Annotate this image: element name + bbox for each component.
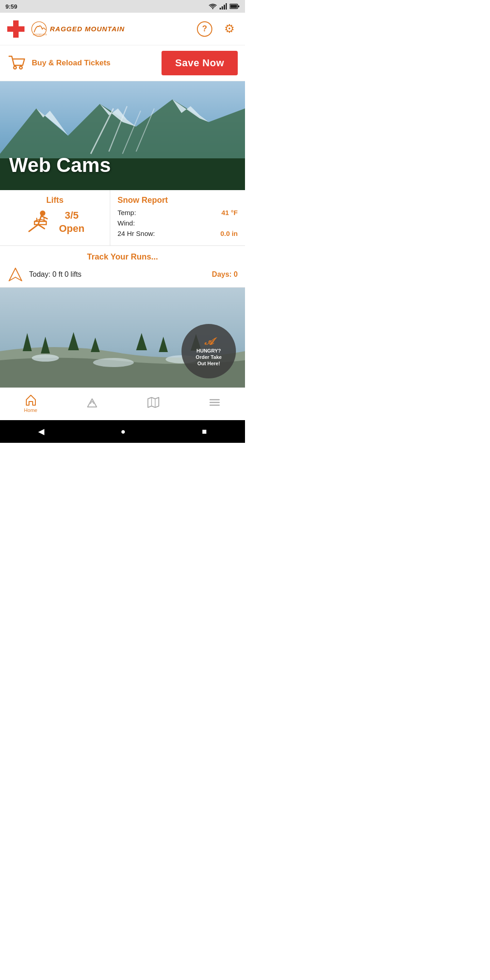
track-section[interactable]: Track Your Runs... Today: 0 ft 0 lifts D… — [0, 246, 245, 288]
svg-rect-3 — [224, 5, 225, 10]
header-right: ? ⚙ — [196, 20, 238, 38]
svg-rect-4 — [226, 3, 227, 10]
snow-24hr-value: 0.0 in — [220, 230, 238, 237]
settings-button[interactable]: ⚙ — [220, 20, 238, 38]
hungry-text: HUNGRY? Order Take Out Here! — [196, 348, 221, 367]
recent-button[interactable]: ■ — [202, 427, 207, 436]
track-stats: Today: 0 ft 0 lifts Days: 0 — [7, 266, 238, 283]
nav-item-home[interactable]: Home — [0, 393, 61, 413]
webcam-hero[interactable]: Web Cams — [0, 81, 245, 190]
svg-point-11 — [20, 66, 22, 69]
lifts-body: 3/5 Open — [25, 209, 84, 236]
lifts-title: Lifts — [46, 196, 64, 205]
nav-item-trails[interactable] — [61, 396, 122, 410]
ticket-label[interactable]: Buy & Reload Tickets — [32, 59, 111, 68]
mountain-nav-icon — [86, 396, 98, 409]
home-button[interactable]: ● — [121, 427, 126, 436]
bottom-nav: Home — [0, 387, 245, 420]
navigation-icon — [7, 266, 24, 283]
svg-point-22 — [93, 358, 134, 367]
app-name: RAGGED MOUNTAIN — [50, 25, 125, 33]
hungry-logo-icon: 𝒜 — [205, 336, 213, 348]
stats-section: Lifts 3/5 Open Snow Report — [0, 190, 245, 246]
lifts-panel: Lifts 3/5 Open — [0, 190, 110, 245]
svg-point-10 — [14, 66, 16, 69]
gear-icon[interactable]: ⚙ — [224, 22, 235, 36]
logo-area: RAGGED MTN RAGGED MOUNTAIN — [31, 21, 125, 37]
track-days: Days: 0 — [212, 270, 238, 279]
temp-value: 41 °F — [221, 209, 238, 216]
svg-point-21 — [32, 354, 59, 362]
ticket-left: Buy & Reload Tickets — [7, 54, 111, 73]
promo-section[interactable]: 𝒜 HUNGRY? Order Take Out Here! — [0, 288, 245, 387]
red-cross-icon[interactable] — [7, 20, 24, 38]
snow-report-title: Snow Report — [118, 196, 238, 205]
temp-row: Temp: 41 °F — [118, 209, 238, 216]
svg-rect-6 — [238, 5, 240, 7]
help-button[interactable]: ? — [196, 20, 213, 38]
track-runs-title: Track Your Runs... — [7, 252, 238, 262]
temp-label: Temp: — [118, 209, 136, 216]
header: RAGGED MTN RAGGED MOUNTAIN ? ⚙ — [0, 13, 245, 45]
back-button[interactable]: ◀ — [38, 426, 44, 436]
skier-icon — [25, 209, 53, 236]
wind-row: Wind: — [118, 219, 238, 227]
nav-item-menu[interactable] — [184, 396, 245, 410]
wifi-icon — [209, 3, 217, 10]
lifts-count: 3/5 Open — [59, 209, 84, 235]
snow-24hr-label: 24 Hr Snow: — [118, 230, 155, 237]
ragged-mountain-logo: RAGGED MTN — [31, 21, 47, 37]
ticket-banner: Buy & Reload Tickets Save Now — [0, 45, 245, 81]
svg-text:RAGGED MTN: RAGGED MTN — [33, 34, 47, 36]
wind-label: Wind: — [118, 219, 135, 227]
track-today: Today: 0 ft 0 lifts — [29, 270, 82, 279]
map-nav-icon — [147, 396, 160, 409]
header-left: RAGGED MTN RAGGED MOUNTAIN — [7, 20, 125, 38]
battery-icon — [230, 4, 240, 9]
svg-rect-2 — [222, 6, 223, 10]
snow-row-24hr: 24 Hr Snow: 0.0 in — [118, 230, 238, 237]
svg-point-0 — [212, 8, 214, 10]
svg-rect-7 — [230, 5, 237, 8]
webcam-label: Web Cams — [9, 154, 111, 176]
snow-report-panel: Snow Report Temp: 41 °F Wind: 24 Hr Snow… — [110, 190, 245, 245]
status-icons — [209, 3, 240, 10]
hungry-badge[interactable]: 𝒜 HUNGRY? Order Take Out Here! — [181, 324, 236, 378]
home-nav-icon — [24, 393, 37, 406]
save-now-button[interactable]: Save Now — [162, 51, 238, 75]
signal-icon — [220, 3, 227, 10]
help-icon[interactable]: ? — [197, 21, 212, 37]
track-left: Today: 0 ft 0 lifts — [7, 266, 82, 283]
svg-rect-1 — [220, 8, 221, 10]
svg-point-17 — [40, 211, 45, 216]
nav-home-label: Home — [24, 407, 37, 413]
system-nav: ◀ ● ■ — [0, 420, 245, 443]
nav-item-map[interactable] — [122, 396, 184, 410]
cart-icon — [7, 54, 26, 73]
status-bar: 9:59 — [0, 0, 245, 13]
menu-nav-icon — [208, 396, 221, 409]
status-time: 9:59 — [5, 3, 17, 10]
